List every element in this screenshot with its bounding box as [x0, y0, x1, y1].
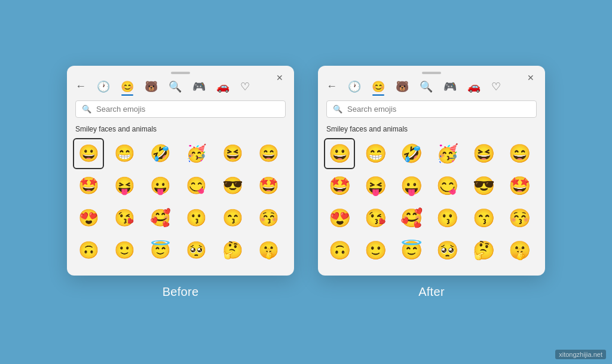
emoji-cell-18-after[interactable]: 🙃: [324, 235, 355, 266]
close-button-after[interactable]: ✕: [525, 72, 537, 84]
emoji-cell-2-after[interactable]: 🤣: [396, 138, 427, 169]
main-container: ✕ ← 🕐 😊 🐻 🔍 🎮 🚗 ♡ 🔍 Smiley faces and ani…: [67, 66, 545, 299]
emoji-cell-22-after[interactable]: 🤔: [468, 235, 499, 266]
emoji-cell-11-before[interactable]: 🤩: [253, 170, 284, 201]
emoji-cell-4-after[interactable]: 😆: [468, 138, 499, 169]
nav-travel-before[interactable]: 🚗: [216, 80, 230, 93]
emoji-grid-after: 😀 😁 🤣 🥳 😆 😄 🤩 😝 😛 😋 😎 🤩 😍 😘 🥰 😗 😙 😚 🙃: [318, 138, 545, 266]
nav-back-before[interactable]: ←: [75, 80, 86, 93]
search-input-after[interactable]: [347, 105, 530, 114]
emoji-cell-0-before[interactable]: 😀: [73, 138, 104, 169]
emoji-cell-21-after[interactable]: 🥺: [432, 235, 463, 266]
emoji-cell-19-before[interactable]: 🙂: [109, 235, 140, 266]
emoji-cell-23-after[interactable]: 🤫: [504, 235, 536, 266]
emoji-cell-10-after[interactable]: 😎: [468, 170, 499, 201]
emoji-cell-14-before[interactable]: 🥰: [145, 203, 176, 234]
nav-smiley-before[interactable]: 😊: [121, 80, 134, 93]
nav-smiley-after[interactable]: 😊: [372, 80, 385, 93]
emoji-cell-5-before[interactable]: 😄: [253, 138, 284, 169]
emoji-cell-20-before[interactable]: 😇: [145, 235, 176, 266]
drag-handle-before: [171, 72, 190, 74]
nav-travel-after[interactable]: 🚗: [467, 80, 481, 93]
nav-activities-before[interactable]: 🎮: [192, 80, 206, 93]
nav-animals-after[interactable]: 🐻: [396, 80, 409, 93]
titlebar-before: ✕: [67, 66, 294, 78]
search-icon-before: 🔍: [82, 105, 91, 114]
nav-activities-after[interactable]: 🎮: [443, 80, 457, 93]
before-panel-wrapper: ✕ ← 🕐 😊 🐻 🔍 🎮 🚗 ♡ 🔍 Smiley faces and ani…: [67, 66, 294, 299]
emoji-cell-9-after[interactable]: 😋: [432, 170, 463, 201]
before-label: Before: [163, 285, 199, 299]
emoji-cell-8-after[interactable]: 😛: [396, 170, 427, 201]
nav-animals-before[interactable]: 🐻: [145, 80, 158, 93]
emoji-cell-13-before[interactable]: 😘: [109, 203, 140, 234]
emoji-cell-3-before[interactable]: 🥳: [181, 138, 212, 169]
nav-bar-after: ← 🕐 😊 🐻 🔍 🎮 🚗 ♡: [318, 78, 545, 98]
nav-recent-before[interactable]: 🕐: [97, 80, 110, 93]
emoji-cell-5-after[interactable]: 😄: [504, 138, 536, 169]
emoji-cell-7-after[interactable]: 😝: [360, 170, 391, 201]
emoji-panel-after: ✕ ← 🕐 😊 🐻 🔍 🎮 🚗 ♡ 🔍 Smiley faces and ani…: [318, 66, 545, 276]
nav-symbols-after[interactable]: ♡: [491, 80, 501, 93]
emoji-cell-2-before[interactable]: 🤣: [145, 138, 176, 169]
emoji-cell-12-before[interactable]: 😍: [73, 203, 104, 234]
emoji-panel-before: ✕ ← 🕐 😊 🐻 🔍 🎮 🚗 ♡ 🔍 Smiley faces and ani…: [67, 66, 294, 276]
emoji-cell-1-after[interactable]: 😁: [360, 138, 391, 169]
emoji-cell-6-after[interactable]: 🤩: [324, 170, 355, 201]
search-bar-before[interactable]: 🔍: [75, 100, 286, 118]
section-title-after: Smiley faces and animals: [318, 123, 545, 138]
emoji-cell-10-before[interactable]: 😎: [217, 170, 248, 201]
close-button-before[interactable]: ✕: [274, 72, 286, 84]
emoji-cell-16-after[interactable]: 😙: [468, 203, 499, 234]
emoji-cell-19-after[interactable]: 🙂: [360, 235, 391, 266]
emoji-cell-22-before[interactable]: 🤔: [217, 235, 248, 266]
drag-handle-after: [422, 72, 441, 74]
nav-back-after[interactable]: ←: [326, 80, 337, 93]
emoji-cell-13-after[interactable]: 😘: [360, 203, 391, 234]
emoji-cell-9-before[interactable]: 😋: [181, 170, 212, 201]
emoji-cell-23-before[interactable]: 🤫: [253, 235, 284, 266]
nav-search-before[interactable]: 🔍: [169, 80, 182, 93]
emoji-cell-14-after[interactable]: 🥰: [396, 203, 427, 234]
emoji-cell-4-before[interactable]: 😆: [217, 138, 248, 169]
emoji-cell-16-before[interactable]: 😙: [217, 203, 248, 234]
search-bar-after[interactable]: 🔍: [326, 100, 537, 118]
emoji-cell-18-before[interactable]: 🙃: [73, 235, 104, 266]
emoji-cell-21-before[interactable]: 🥺: [181, 235, 212, 266]
emoji-cell-6-before[interactable]: 🤩: [73, 170, 104, 201]
emoji-cell-11-after[interactable]: 🤩: [504, 170, 536, 201]
emoji-cell-15-before[interactable]: 😗: [181, 203, 212, 234]
nav-symbols-before[interactable]: ♡: [240, 80, 250, 93]
search-input-before[interactable]: [96, 105, 279, 114]
titlebar-after: ✕: [318, 66, 545, 78]
emoji-cell-8-before[interactable]: 😛: [145, 170, 176, 201]
emoji-cell-17-before[interactable]: 😚: [253, 203, 284, 234]
emoji-cell-0-after[interactable]: 😀: [324, 138, 355, 169]
after-panel-wrapper: ✕ ← 🕐 😊 🐻 🔍 🎮 🚗 ♡ 🔍 Smiley faces and ani…: [318, 66, 545, 299]
section-title-before: Smiley faces and animals: [67, 123, 294, 138]
emoji-grid-before: 😀 😁 🤣 🥳 😆 😄 🤩 😝 😛 😋 😎 🤩 😍 😘 🥰 😗 😙 😚 🙃: [67, 138, 294, 266]
search-icon-after: 🔍: [333, 105, 342, 114]
watermark: xitongzhijia.net: [555, 350, 606, 359]
after-label: After: [418, 285, 445, 299]
nav-search-after[interactable]: 🔍: [420, 80, 433, 93]
emoji-cell-17-after[interactable]: 😚: [504, 203, 536, 234]
nav-bar-before: ← 🕐 😊 🐻 🔍 🎮 🚗 ♡: [67, 78, 294, 98]
emoji-cell-20-after[interactable]: 😇: [396, 235, 427, 266]
emoji-cell-7-before[interactable]: 😝: [109, 170, 140, 201]
emoji-cell-12-after[interactable]: 😍: [324, 203, 355, 234]
emoji-cell-3-after[interactable]: 🥳: [432, 138, 463, 169]
emoji-cell-15-after[interactable]: 😗: [432, 203, 463, 234]
emoji-cell-1-before[interactable]: 😁: [109, 138, 140, 169]
nav-recent-after[interactable]: 🕐: [348, 80, 361, 93]
